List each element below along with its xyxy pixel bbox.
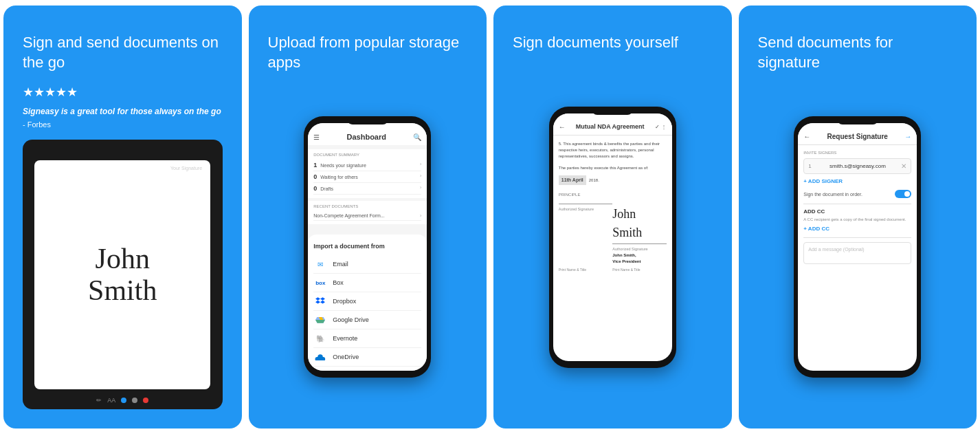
- nda-sig1-label: Authorized Signature: [559, 204, 613, 212]
- onedrive-label: OneDrive: [333, 354, 359, 360]
- doc-summary-section: DOCUMENT SUMMARY 1Needs your signature ›…: [308, 149, 427, 198]
- dot-gray: [132, 398, 137, 403]
- quote-text: Signeasy is a great tool for those alway…: [23, 105, 221, 118]
- doc-summary-label: DOCUMENT SUMMARY: [313, 153, 421, 157]
- principle-label: PRINCIPLE: [559, 192, 667, 198]
- box-icon: box: [313, 278, 327, 287]
- print-block-1: Print Name & Title: [559, 268, 613, 273]
- phone-notch-3: [592, 107, 633, 115]
- nda-header: ← Mutual NDA Agreement ✓ ⋮: [553, 113, 672, 135]
- phone-screen-2: ☰ Dashboard 🔍 DOCUMENT SUMMARY 1Needs yo…: [308, 123, 427, 371]
- tablet-mockup: Your Signature John Smith ✏ AA: [23, 140, 223, 409]
- signer-row[interactable]: 1 smith.s@signeasy.com ✕: [803, 158, 911, 174]
- toggle-row: Sign the document in order.: [803, 190, 911, 198]
- drafts-row: 0Drafts ›: [313, 183, 421, 195]
- divider2: [803, 237, 911, 238]
- dashboard-screen: ☰ Dashboard 🔍 DOCUMENT SUMMARY 1Needs yo…: [308, 123, 427, 371]
- import-title: Import a document from: [313, 243, 421, 250]
- req-body: INVITE SIGNERS 1 smith.s@signeasy.com ✕ …: [798, 145, 917, 270]
- print-block-2: Print Name & Title: [612, 268, 667, 273]
- panel-upload: Upload from popular storage apps ☰ Dashb…: [249, 6, 487, 428]
- signer-num: 1: [808, 163, 811, 169]
- waiting-row: 0Waiting for others ›: [313, 171, 421, 183]
- nda-print-row: Print Name & Title Print Name & Title: [559, 268, 667, 273]
- evernote-label: Evernote: [333, 335, 357, 342]
- print-label-2: Print Name & Title: [612, 268, 667, 273]
- remove-signer-icon[interactable]: ✕: [901, 162, 906, 170]
- tablet-bottom-bar: ✏ AA: [96, 397, 148, 404]
- recent-doc-row: Non-Compete Agreement Form... ›: [313, 211, 421, 221]
- sig-line1: John: [96, 243, 150, 274]
- import-email[interactable]: ✉ Email: [313, 255, 421, 274]
- request-screen: ← Request Signature → INVITE SIGNERS 1 s…: [798, 123, 917, 371]
- add-cc-desc: A CC recipient gets a copy of the final …: [803, 217, 911, 221]
- recent-docs-section: RECENT DOCUMENTS Non-Compete Agreement F…: [308, 201, 427, 224]
- stars: ★★★★★: [23, 85, 78, 100]
- phone-screen-4: ← Request Signature → INVITE SIGNERS 1 s…: [798, 123, 917, 371]
- add-signer-button[interactable]: + ADD SIGNER: [803, 178, 911, 184]
- panel4-title: Send documents for signature: [758, 33, 958, 72]
- gdrive-label: Google Drive: [333, 316, 369, 323]
- nda-screen: ← Mutual NDA Agreement ✓ ⋮ 5. This agree…: [553, 113, 672, 361]
- onedrive-icon: [313, 352, 327, 362]
- phone-container-3: ← Mutual NDA Agreement ✓ ⋮ 5. This agree…: [513, 65, 713, 409]
- nda-sig-block-2: JohnSmith Authorized Signature John Smit…: [612, 204, 667, 264]
- dash-header: ☰ Dashboard 🔍: [308, 123, 427, 145]
- dash-title: Dashboard: [347, 133, 386, 141]
- panel3-title: Sign documents yourself: [513, 33, 678, 53]
- recent-docs-label: RECENT DOCUMENTS: [313, 204, 421, 208]
- add-cc-title: ADD CC: [803, 208, 911, 215]
- nda-text2: The parties hereby execute this Agreemen…: [559, 165, 667, 171]
- email-label: Email: [333, 261, 348, 268]
- message-area[interactable]: Add a message (Optional): [803, 242, 911, 264]
- toggle-label: Sign the document in order.: [803, 192, 862, 197]
- panel-send-signature: Send documents for signature ← Request S…: [739, 6, 977, 428]
- phone-mockup-4: ← Request Signature → INVITE SIGNERS 1 s…: [794, 116, 921, 378]
- nda-text1: 5. This agreement binds & benefits the p…: [559, 141, 667, 160]
- import-sheet: Import a document from ✉ Email box Box: [308, 235, 427, 371]
- tablet-screen: Your Signature John Smith: [34, 160, 210, 389]
- panel2-title: Upload from popular storage apps: [268, 33, 468, 72]
- quote-source: - Forbes: [23, 120, 51, 129]
- nda-signer-name: John Smith,: [612, 252, 667, 259]
- dot-red: [143, 398, 148, 403]
- import-gdrive[interactable]: Google Drive: [313, 311, 421, 329]
- sig-line2: Smith: [88, 274, 157, 306]
- sign-order-toggle[interactable]: [895, 190, 911, 198]
- dropbox-icon: [313, 296, 327, 306]
- req-title: Request Signature: [827, 133, 888, 140]
- phone-notch-2: [347, 116, 388, 124]
- panel-sign-yourself: Sign documents yourself ← Mutual NDA Agr…: [493, 6, 732, 428]
- print-label-1: Print Name & Title: [559, 268, 613, 273]
- nda-body: 5. This agreement binds & benefits the p…: [553, 135, 672, 278]
- phone-container-2: ☰ Dashboard 🔍 DOCUMENT SUMMARY 1Needs yo…: [268, 85, 468, 409]
- add-cc-button[interactable]: + ADD CC: [803, 226, 911, 232]
- import-dropbox[interactable]: Dropbox: [313, 292, 421, 311]
- dot-blue: [121, 398, 126, 403]
- dropbox-label: Dropbox: [333, 298, 356, 305]
- gdrive-icon: [313, 315, 327, 325]
- phone-screen-3: ← Mutual NDA Agreement ✓ ⋮ 5. This agree…: [553, 113, 672, 361]
- import-onedrive[interactable]: OneDrive: [313, 348, 421, 367]
- nda-sig-block-1: Authorized Signature: [559, 204, 613, 264]
- evernote-icon: 🐘: [313, 334, 327, 343]
- signature-display: John Smith: [88, 243, 157, 306]
- tablet-top-label: Your Signature: [170, 166, 202, 171]
- phone-mockup-3: ← Mutual NDA Agreement ✓ ⋮ 5. This agree…: [549, 107, 676, 368]
- panel-sign-send: Sign and send documents on the go ★★★★★ …: [3, 6, 242, 428]
- nda-title: Mutual NDA Agreement: [576, 123, 645, 130]
- invite-signers-label: INVITE SIGNERS: [803, 151, 911, 155]
- import-box[interactable]: box Box: [313, 274, 421, 292]
- nda-sig-row: Authorized Signature JohnSmith Authorize…: [559, 204, 667, 264]
- nda-date: 11th April: [559, 175, 586, 186]
- import-evernote[interactable]: 🐘 Evernote: [313, 329, 421, 348]
- divider: [803, 204, 911, 204]
- email-icon: ✉: [313, 259, 327, 269]
- panel1-title: Sign and send documents on the go: [23, 33, 223, 72]
- box-label: Box: [333, 279, 344, 286]
- nda-handwriting: JohnSmith: [612, 205, 667, 242]
- nda-sig2-label: Authorized Signature: [612, 243, 667, 252]
- nda-signer-title: Vice President: [612, 259, 667, 265]
- signer-email: smith.s@signeasy.com: [829, 163, 886, 169]
- phone-mockup-2: ☰ Dashboard 🔍 DOCUMENT SUMMARY 1Needs yo…: [304, 116, 431, 378]
